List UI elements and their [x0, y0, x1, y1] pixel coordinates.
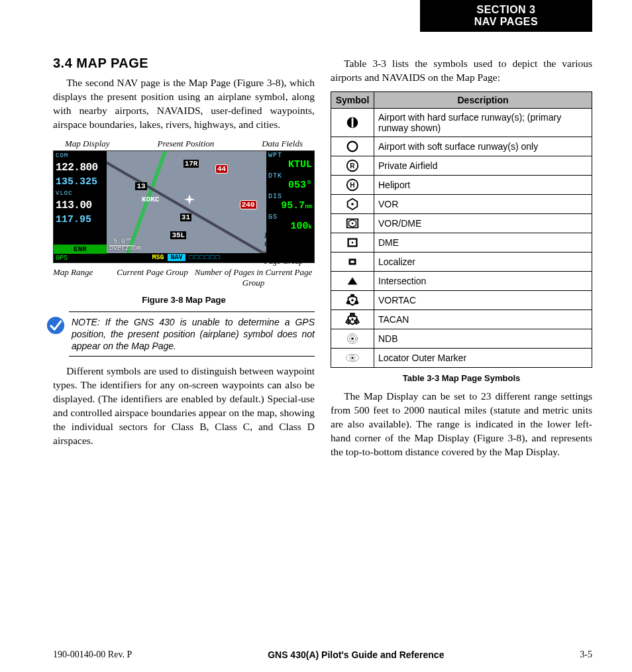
footer-title: GNS 430(A) Pilot's Guide and Reference	[268, 649, 444, 660]
table-row: RPrivate Airfield	[331, 156, 592, 175]
dtk-value: 053°	[266, 180, 314, 192]
gs-label: GS	[266, 213, 314, 221]
desc-cell: NDB	[374, 329, 592, 348]
desc-cell: Airport with hard surface runway(s); (pr…	[374, 108, 592, 137]
map-label-240: 240	[240, 200, 257, 209]
symbol-dme-icon	[331, 233, 374, 252]
right-column: Table 3-3 lists the symbols used to depi…	[331, 53, 592, 632]
callout-map-display: Map Display	[65, 139, 110, 149]
vloc-label: VLOC	[54, 189, 107, 198]
section-header-tab: SECTION 3 NAV PAGES	[420, 0, 592, 32]
table-header-row: Symbol Description	[331, 91, 592, 108]
table-row: Locator Outer Marker	[331, 348, 592, 367]
symbol-private-airfield-icon: R	[331, 156, 374, 175]
device-left-panel: COM 122.800 135.325 VLOC 113.00 117.95 E…	[54, 151, 107, 262]
callout-data-fields: Data Fields	[262, 139, 303, 149]
paragraph-2: Different symbols are used to distinguis…	[53, 364, 315, 448]
map-range-readout: 5.0nm overzoom	[109, 237, 141, 251]
wpt-label: WPT	[266, 151, 314, 159]
symbols-table: Symbol Description Airport with hard sur…	[331, 91, 592, 368]
symbol-vortac-icon	[331, 290, 374, 309]
desc-cell: Private Airfield	[374, 156, 592, 175]
callout-page-position: Position of Current Page within Current …	[264, 231, 316, 266]
vloc-standby: 117.95	[54, 213, 107, 227]
svg-point-9	[351, 203, 354, 205]
desc-cell: Localizer	[374, 252, 592, 271]
map-label-44: 44	[215, 164, 228, 174]
symbol-airport-soft-icon	[331, 137, 374, 156]
symbol-airport-hard-icon	[331, 108, 374, 137]
figure-caption: Figure 3-8 Map Page	[53, 295, 315, 305]
figure-top-callouts: Map Display Present Position Data Fields	[53, 139, 315, 150]
dis-label: DIS	[266, 192, 314, 200]
page-indicator-boxes: □□□□□□	[189, 254, 221, 261]
callout-present-position: Present Position	[157, 139, 214, 149]
dtk-label: DTK	[266, 172, 314, 180]
svg-text:R: R	[350, 162, 355, 170]
map-label-31: 31	[180, 213, 191, 221]
th-symbol: Symbol	[331, 91, 374, 108]
symbol-vor-dme-icon	[331, 213, 374, 233]
dis-value: 95.7nm	[266, 200, 314, 213]
map-label-17r: 17R	[184, 160, 199, 168]
table-row: NDB	[331, 329, 592, 348]
section-line1: SECTION 3	[420, 4, 592, 16]
desc-cell: Locator Outer Marker	[374, 348, 592, 367]
page-footer: 190-00140-00 Rev. P GNS 430(A) Pilot's G…	[53, 649, 592, 660]
com-standby: 135.325	[54, 175, 107, 189]
paragraph-3: Table 3-3 lists the symbols used to depi…	[331, 57, 592, 85]
footer-doc-id: 190-00140-00 Rev. P	[53, 649, 132, 660]
symbol-heliport-icon: H	[331, 175, 374, 194]
device-bottom-bar: MSG NAV □□□□□□	[107, 253, 266, 262]
figure-3-8: Map Display Present Position Data Fields…	[53, 139, 315, 305]
enr-indicator: ENR	[54, 245, 107, 254]
svg-point-14	[352, 241, 354, 243]
airplane-icon	[184, 194, 195, 207]
svg-point-28	[351, 337, 354, 340]
table-row: VOR	[331, 194, 592, 213]
paragraph-4: The Map Display can be set to 23 differe…	[331, 390, 592, 459]
msg-indicator: MSG	[152, 254, 164, 261]
symbol-localizer-icon	[331, 252, 374, 271]
svg-rect-19	[350, 294, 354, 298]
svg-point-3	[348, 142, 358, 152]
callout-page-group: Current Page Group	[113, 267, 192, 288]
map-label-kokc: KOKC	[142, 196, 159, 203]
footer-page-number: 3-5	[580, 649, 592, 660]
desc-cell: VOR	[374, 194, 592, 213]
section-line2: NAV PAGES	[420, 16, 592, 28]
nav-group-indicator: NAV	[168, 254, 185, 261]
heading-map-page: 3.4 MAP PAGE	[53, 56, 315, 71]
desc-cell: Intersection	[374, 271, 592, 290]
table-row: DME	[331, 233, 592, 252]
desc-cell: VOR/DME	[374, 213, 592, 233]
map-label-13: 13	[135, 182, 146, 190]
page-content: 3.4 MAP PAGE The second NAV page is the …	[53, 53, 592, 632]
table-row: Airport with soft surface runway(s) only	[331, 137, 592, 156]
map-label-35l: 35L	[170, 231, 186, 239]
note-box: NOTE: If the GNS 430 is unable to determ…	[69, 311, 315, 357]
desc-cell: TACAN	[374, 309, 592, 329]
gps-indicator: GPS	[54, 254, 107, 262]
table-row: Airport with hard surface runway(s); (pr…	[331, 108, 592, 137]
svg-text:H: H	[350, 182, 354, 189]
table-row: VORTAC	[331, 290, 592, 309]
symbol-lom-icon	[331, 348, 374, 367]
left-column: 3.4 MAP PAGE The second NAV page is the …	[53, 53, 315, 632]
table-row: Localizer	[331, 252, 592, 271]
vloc-active: 113.00	[54, 198, 107, 213]
desc-cell: DME	[374, 233, 592, 252]
svg-point-22	[351, 299, 354, 302]
com-label: COM	[54, 151, 107, 160]
table-caption: Table 3-3 Map Page Symbols	[331, 373, 592, 383]
symbol-intersection-icon	[331, 271, 374, 290]
table-row: VOR/DME	[331, 213, 592, 233]
svg-point-0	[47, 317, 64, 334]
symbol-tacan-icon	[331, 309, 374, 329]
paragraph-1: The second NAV page is the Map Page (Fig…	[53, 76, 315, 132]
desc-cell: Airport with soft surface runway(s) only	[374, 137, 592, 156]
th-description: Description	[374, 91, 592, 108]
svg-point-27	[351, 318, 354, 321]
map-display-area: 17R 13 KOKC 44 240 31 35L 5.0nm overzoom	[107, 151, 266, 262]
symbol-ndb-icon	[331, 329, 374, 348]
